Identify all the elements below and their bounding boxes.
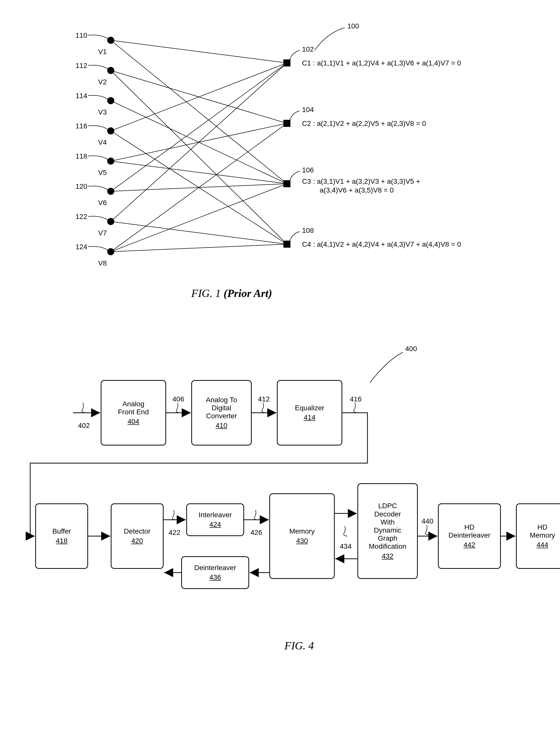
v3-ref: 114 bbox=[76, 92, 87, 100]
svg-point-22 bbox=[107, 218, 114, 225]
c1-eq: C1 : a(1,1)V1 + a(1,2)V4 + a(1,3)V6 + a(… bbox=[302, 59, 461, 67]
svg-line-15 bbox=[111, 244, 287, 252]
svg-line-0 bbox=[111, 40, 287, 63]
c4-eq: C4 : a(4,1)V2 + a(4,2)V4 + a(4,3)V7 + a(… bbox=[302, 241, 461, 249]
v4-ref: 116 bbox=[76, 122, 87, 130]
ref-412: 412 bbox=[258, 395, 270, 403]
v4-label: V4 bbox=[98, 138, 107, 146]
ref-406: 406 bbox=[172, 395, 184, 403]
svg-point-23 bbox=[107, 248, 114, 255]
svg-rect-27 bbox=[284, 241, 291, 248]
svg-point-18 bbox=[107, 97, 114, 104]
c2-ref: 104 bbox=[302, 106, 314, 114]
svg-rect-24 bbox=[284, 59, 291, 67]
fig4-overall-ref: 400 bbox=[405, 345, 417, 353]
svg-line-9 bbox=[111, 63, 287, 191]
v1-label: V1 bbox=[98, 48, 107, 56]
svg-line-5 bbox=[111, 63, 287, 131]
svg-point-21 bbox=[107, 188, 114, 195]
svg-line-14 bbox=[111, 184, 287, 252]
svg-line-12 bbox=[111, 221, 287, 244]
svg-point-20 bbox=[107, 158, 114, 165]
v8-ref: 124 bbox=[76, 243, 87, 251]
fig4-caption: FIG. 4 bbox=[285, 639, 314, 652]
svg-rect-25 bbox=[284, 120, 291, 127]
page: V1 110 V2 112 V3 114 V4 116 V5 118 V6 12… bbox=[10, 10, 550, 733]
fig1-cap-prefix: FIG. 1 bbox=[191, 287, 223, 300]
c3-eq-l1: C3 : a(3,1)V1 + a(3,2)V3 + a(3,3)V5 + bbox=[302, 177, 420, 185]
v5-ref: 118 bbox=[76, 152, 87, 160]
c2-eq: C2 : a(2,1)V2 + a(2,2)V5 + a(2,3)V8 = 0 bbox=[302, 120, 426, 128]
c4-ref: 108 bbox=[302, 226, 314, 234]
v2-label: V2 bbox=[98, 78, 107, 86]
fig1-cap-suffix: (Prior Art) bbox=[223, 287, 272, 300]
svg-line-3 bbox=[111, 71, 287, 244]
v2-ref: 112 bbox=[76, 62, 87, 70]
v8-label: V8 bbox=[98, 259, 107, 267]
fig1-caption: FIG. 1 (Prior Art) bbox=[191, 287, 272, 300]
svg-line-1 bbox=[111, 40, 287, 184]
ref-422: 422 bbox=[169, 529, 180, 537]
svg-point-16 bbox=[107, 37, 114, 44]
v7-ref: 122 bbox=[76, 213, 87, 221]
ref-416: 416 bbox=[350, 395, 362, 403]
svg-line-13 bbox=[111, 123, 287, 252]
v7-label: V7 bbox=[98, 229, 107, 237]
ref-426: 426 bbox=[250, 529, 262, 537]
c1-ref: 102 bbox=[302, 45, 314, 53]
v6-ref: 120 bbox=[76, 182, 87, 190]
svg-line-11 bbox=[111, 63, 287, 221]
ref-402: 402 bbox=[78, 422, 90, 430]
svg-point-17 bbox=[107, 67, 114, 74]
fig4-wires bbox=[10, 337, 560, 664]
v1-ref: 110 bbox=[76, 32, 87, 40]
fig1-overall-ref: 100 bbox=[347, 22, 359, 30]
ref-434: 434 bbox=[340, 542, 352, 551]
ref-440: 440 bbox=[422, 517, 433, 525]
c3-eq-l2: a(3,4)V6 + a(3,5)V8 = 0 bbox=[320, 186, 394, 194]
svg-point-19 bbox=[107, 127, 114, 134]
v5-label: V5 bbox=[98, 169, 107, 177]
v3-label: V3 bbox=[98, 108, 107, 116]
c3-ref: 106 bbox=[302, 166, 314, 174]
svg-rect-26 bbox=[284, 180, 291, 187]
v6-label: V6 bbox=[98, 199, 107, 207]
svg-line-8 bbox=[111, 161, 287, 184]
